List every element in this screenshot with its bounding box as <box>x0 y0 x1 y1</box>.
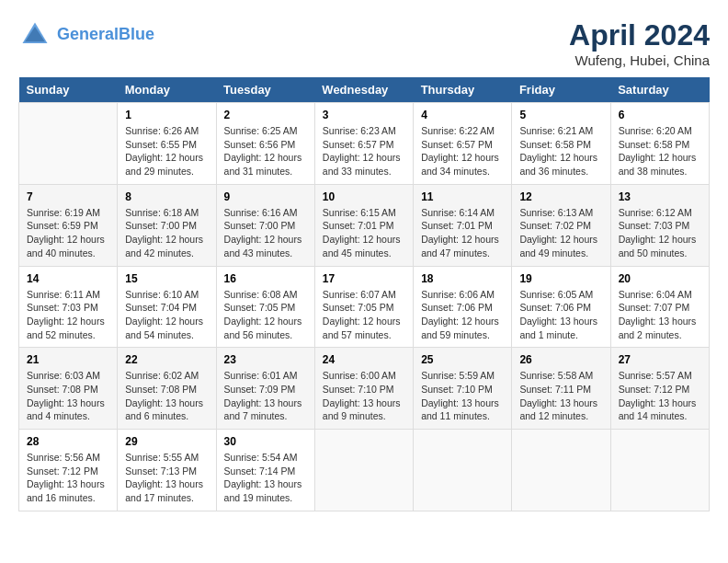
day-info: Sunrise: 6:21 AM Sunset: 6:58 PM Dayligh… <box>519 124 602 178</box>
day-info: Sunrise: 5:58 AM Sunset: 7:11 PM Dayligh… <box>519 369 602 423</box>
day-info: Sunrise: 5:59 AM Sunset: 7:10 PM Dayligh… <box>421 369 504 423</box>
calendar-cell: 11Sunrise: 6:14 AM Sunset: 7:01 PM Dayli… <box>414 184 512 266</box>
calendar-cell: 27Sunrise: 5:57 AM Sunset: 7:12 PM Dayli… <box>610 348 709 430</box>
calendar-cell <box>414 430 512 511</box>
calendar-cell: 20Sunrise: 6:04 AM Sunset: 7:07 PM Dayli… <box>610 266 709 348</box>
calendar-cell: 23Sunrise: 6:01 AM Sunset: 7:09 PM Dayli… <box>216 348 314 430</box>
calendar-cell: 12Sunrise: 6:13 AM Sunset: 7:02 PM Dayli… <box>512 184 610 266</box>
day-number: 3 <box>323 109 405 121</box>
day-number: 6 <box>619 109 701 121</box>
day-number: 19 <box>519 272 602 285</box>
day-info: Sunrise: 6:03 AM Sunset: 7:08 PM Dayligh… <box>27 369 109 423</box>
day-number: 12 <box>519 190 602 203</box>
day-number: 8 <box>125 190 208 203</box>
day-number: 9 <box>224 190 307 203</box>
day-info: Sunrise: 6:19 AM Sunset: 6:59 PM Dayligh… <box>27 206 109 260</box>
day-info: Sunrise: 6:00 AM Sunset: 7:10 PM Dayligh… <box>323 369 405 423</box>
calendar-cell: 6Sunrise: 6:20 AM Sunset: 6:58 PM Daylig… <box>610 103 709 185</box>
day-info: Sunrise: 5:56 AM Sunset: 7:12 PM Dayligh… <box>27 451 109 505</box>
calendar-cell: 5Sunrise: 6:21 AM Sunset: 6:58 PM Daylig… <box>512 103 610 185</box>
calendar-cell: 19Sunrise: 6:05 AM Sunset: 7:06 PM Dayli… <box>512 266 610 348</box>
calendar-body: 1Sunrise: 6:26 AM Sunset: 6:55 PM Daylig… <box>19 103 710 511</box>
day-number: 29 <box>125 435 208 448</box>
day-info: Sunrise: 6:22 AM Sunset: 6:57 PM Dayligh… <box>421 124 504 178</box>
calendar-cell: 28Sunrise: 5:56 AM Sunset: 7:12 PM Dayli… <box>19 430 118 511</box>
day-number: 21 <box>27 353 109 366</box>
calendar-cell: 26Sunrise: 5:58 AM Sunset: 7:11 PM Dayli… <box>512 348 610 430</box>
day-info: Sunrise: 6:13 AM Sunset: 7:02 PM Dayligh… <box>519 206 602 260</box>
day-number: 17 <box>323 272 405 285</box>
calendar-cell: 24Sunrise: 6:00 AM Sunset: 7:10 PM Dayli… <box>314 348 413 430</box>
day-of-week-header: Friday <box>512 77 610 103</box>
day-number: 23 <box>224 353 307 366</box>
day-number: 2 <box>224 109 307 121</box>
calendar-week-row: 14Sunrise: 6:11 AM Sunset: 7:03 PM Dayli… <box>19 266 710 348</box>
day-info: Sunrise: 6:04 AM Sunset: 7:07 PM Dayligh… <box>619 288 701 342</box>
day-number: 18 <box>421 272 504 285</box>
day-info: Sunrise: 5:55 AM Sunset: 7:13 PM Dayligh… <box>125 451 208 505</box>
day-info: Sunrise: 6:10 AM Sunset: 7:04 PM Dayligh… <box>125 288 208 342</box>
day-info: Sunrise: 6:07 AM Sunset: 7:05 PM Dayligh… <box>323 288 405 342</box>
day-number: 7 <box>27 190 109 203</box>
calendar-week-row: 21Sunrise: 6:03 AM Sunset: 7:08 PM Dayli… <box>19 348 710 430</box>
day-number: 1 <box>125 109 208 121</box>
day-number: 22 <box>125 353 208 366</box>
logo: GeneralBlue <box>18 18 154 52</box>
day-number: 25 <box>421 353 504 366</box>
calendar-cell <box>19 103 118 185</box>
day-info: Sunrise: 6:23 AM Sunset: 6:57 PM Dayligh… <box>323 124 405 178</box>
day-number: 4 <box>421 109 504 121</box>
day-number: 5 <box>519 109 602 121</box>
calendar-cell: 9Sunrise: 6:16 AM Sunset: 7:00 PM Daylig… <box>216 184 314 266</box>
calendar-header: SundayMondayTuesdayWednesdayThursdayFrid… <box>19 77 710 103</box>
calendar-cell: 17Sunrise: 6:07 AM Sunset: 7:05 PM Dayli… <box>314 266 413 348</box>
calendar-cell: 22Sunrise: 6:02 AM Sunset: 7:08 PM Dayli… <box>118 348 216 430</box>
day-info: Sunrise: 5:57 AM Sunset: 7:12 PM Dayligh… <box>619 369 701 423</box>
day-number: 30 <box>224 435 307 448</box>
calendar-cell: 1Sunrise: 6:26 AM Sunset: 6:55 PM Daylig… <box>118 103 216 185</box>
logo-line2: Blue <box>119 25 154 43</box>
day-info: Sunrise: 6:16 AM Sunset: 7:00 PM Dayligh… <box>224 206 307 260</box>
day-number: 11 <box>421 190 504 203</box>
calendar-cell: 3Sunrise: 6:23 AM Sunset: 6:57 PM Daylig… <box>314 103 413 185</box>
calendar-cell: 13Sunrise: 6:12 AM Sunset: 7:03 PM Dayli… <box>610 184 709 266</box>
calendar-cell: 25Sunrise: 5:59 AM Sunset: 7:10 PM Dayli… <box>414 348 512 430</box>
day-of-week-header: Wednesday <box>314 77 413 103</box>
day-of-week-header: Saturday <box>610 77 709 103</box>
calendar-week-row: 1Sunrise: 6:26 AM Sunset: 6:55 PM Daylig… <box>19 103 710 185</box>
calendar-cell: 8Sunrise: 6:18 AM Sunset: 7:00 PM Daylig… <box>118 184 216 266</box>
day-info: Sunrise: 6:06 AM Sunset: 7:06 PM Dayligh… <box>421 288 504 342</box>
day-of-week-header: Thursday <box>414 77 512 103</box>
calendar-cell: 14Sunrise: 6:11 AM Sunset: 7:03 PM Dayli… <box>19 266 118 348</box>
day-number: 16 <box>224 272 307 285</box>
logo-text: GeneralBlue <box>57 26 154 44</box>
calendar-cell: 21Sunrise: 6:03 AM Sunset: 7:08 PM Dayli… <box>19 348 118 430</box>
day-info: Sunrise: 6:15 AM Sunset: 7:01 PM Dayligh… <box>323 206 405 260</box>
day-info: Sunrise: 6:02 AM Sunset: 7:08 PM Dayligh… <box>125 369 208 423</box>
day-info: Sunrise: 6:11 AM Sunset: 7:03 PM Dayligh… <box>27 288 109 342</box>
calendar-table: SundayMondayTuesdayWednesdayThursdayFrid… <box>18 77 710 511</box>
day-info: Sunrise: 5:54 AM Sunset: 7:14 PM Dayligh… <box>224 451 307 505</box>
day-number: 28 <box>27 435 109 448</box>
day-number: 15 <box>125 272 208 285</box>
day-info: Sunrise: 6:12 AM Sunset: 7:03 PM Dayligh… <box>619 206 701 260</box>
day-info: Sunrise: 6:08 AM Sunset: 7:05 PM Dayligh… <box>224 288 307 342</box>
calendar-week-row: 7Sunrise: 6:19 AM Sunset: 6:59 PM Daylig… <box>19 184 710 266</box>
calendar-cell <box>610 430 709 511</box>
day-info: Sunrise: 6:26 AM Sunset: 6:55 PM Dayligh… <box>125 124 208 178</box>
title-section: April 2024 Wufeng, Hubei, China <box>569 18 710 68</box>
calendar-cell: 4Sunrise: 6:22 AM Sunset: 6:57 PM Daylig… <box>414 103 512 185</box>
calendar-cell: 18Sunrise: 6:06 AM Sunset: 7:06 PM Dayli… <box>414 266 512 348</box>
day-info: Sunrise: 6:18 AM Sunset: 7:00 PM Dayligh… <box>125 206 208 260</box>
day-of-week-header: Sunday <box>19 77 118 103</box>
day-info: Sunrise: 6:20 AM Sunset: 6:58 PM Dayligh… <box>619 124 701 178</box>
calendar-cell: 15Sunrise: 6:10 AM Sunset: 7:04 PM Dayli… <box>118 266 216 348</box>
day-number: 13 <box>619 190 701 203</box>
day-info: Sunrise: 6:25 AM Sunset: 6:56 PM Dayligh… <box>224 124 307 178</box>
main-title: April 2024 <box>569 18 710 52</box>
day-info: Sunrise: 6:01 AM Sunset: 7:09 PM Dayligh… <box>224 369 307 423</box>
page-header: GeneralBlue April 2024 Wufeng, Hubei, Ch… <box>18 18 710 68</box>
logo-icon <box>18 18 51 52</box>
day-number: 24 <box>323 353 405 366</box>
day-number: 20 <box>619 272 701 285</box>
